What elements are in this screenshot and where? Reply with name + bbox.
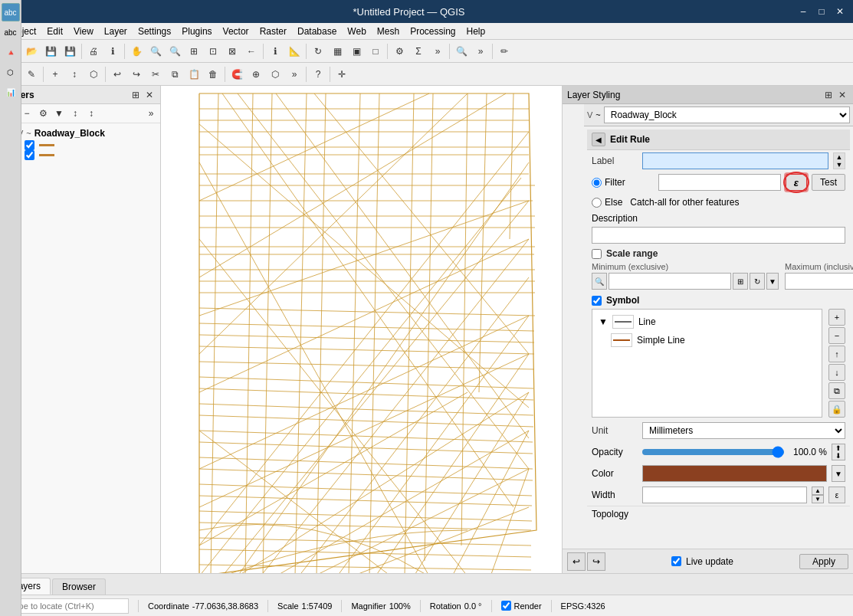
tab-browser[interactable]: Browser	[52, 578, 106, 595]
layers-panel-options-button[interactable]: ⊞	[130, 89, 142, 101]
crosshair-button[interactable]: ✛	[333, 65, 351, 84]
identify-button[interactable]: ℹ	[266, 42, 284, 61]
menu-settings[interactable]: Settings	[133, 25, 176, 38]
menu-processing[interactable]: Processing	[405, 25, 460, 38]
color-dropdown-button[interactable]: ▼	[832, 465, 845, 482]
symbol-checkbox[interactable]	[592, 296, 602, 306]
label-input[interactable]	[642, 152, 828, 169]
scale-min-dropdown[interactable]: ▼	[766, 273, 779, 290]
zoom-selection-button[interactable]: ⊡	[204, 42, 222, 61]
digitize-button[interactable]: ✏	[495, 42, 513, 61]
menu-web[interactable]: Web	[343, 25, 370, 38]
layer-select-dropdown[interactable]: Roadway_Block	[604, 106, 850, 123]
more-tools-2-button[interactable]: »	[471, 42, 490, 61]
test-button[interactable]: Test	[812, 174, 845, 191]
else-radio-option[interactable]: Else	[592, 197, 622, 208]
add-feature-button[interactable]: +	[46, 65, 64, 84]
deselect-button[interactable]: □	[366, 42, 385, 61]
digitize-tools-button[interactable]: ⬡	[266, 65, 284, 84]
filter-input[interactable]	[658, 174, 781, 191]
render-checkbox[interactable]	[501, 601, 511, 611]
save-project-button[interactable]: 💾	[41, 42, 60, 61]
refresh-button[interactable]: ↻	[309, 42, 327, 61]
opacity-spin-button[interactable]: ⬆⬇	[832, 444, 845, 460]
menu-edit[interactable]: Edit	[42, 25, 67, 38]
menu-help[interactable]: Help	[462, 25, 490, 38]
zoom-layer-button[interactable]: ⊠	[223, 42, 241, 61]
filter-layers-button[interactable]: ▼	[51, 106, 67, 121]
measure-button[interactable]: 📐	[285, 42, 303, 61]
expand-all-button[interactable]: ↕	[67, 106, 83, 121]
pan-map-button[interactable]: ✋	[127, 42, 146, 61]
cut-button[interactable]: ✂	[146, 65, 165, 84]
color-swatch-button[interactable]	[642, 465, 827, 482]
paste-feature-button[interactable]: 📋	[185, 65, 203, 84]
remove-layer-button[interactable]: −	[19, 106, 34, 121]
unit-dropdown[interactable]: Millimeters Pixels Points	[642, 422, 845, 439]
search-toolbar-button[interactable]: 🔍	[452, 42, 471, 61]
snap2-button[interactable]: ⊕	[247, 65, 265, 84]
close-button[interactable]: ✕	[833, 5, 847, 18]
maximize-button[interactable]: □	[815, 5, 828, 18]
scale-range-checkbox[interactable]	[592, 249, 602, 259]
opacity-slider[interactable]	[642, 449, 784, 455]
zoom-in-button[interactable]: 🔍	[146, 42, 165, 61]
filter-radio[interactable]	[592, 178, 602, 188]
copy-feature-button[interactable]: ⧉	[166, 65, 184, 84]
more-tools-button[interactable]: »	[428, 42, 447, 61]
remove-symbol-button[interactable]: −	[828, 327, 845, 344]
process-button[interactable]: ⚙	[390, 42, 408, 61]
digitize-toggle-button[interactable]: ✎	[22, 65, 41, 84]
scale-min-extent-button[interactable]: ⊞	[733, 273, 748, 290]
move-feature-button[interactable]: ↕	[65, 65, 84, 84]
expression-button[interactable]: ε	[786, 174, 807, 191]
menu-database[interactable]: Database	[293, 25, 341, 38]
styling-close-button[interactable]: ✕	[836, 89, 848, 101]
stats-button[interactable]: Σ	[409, 42, 428, 61]
width-spin-up[interactable]: ▲	[812, 487, 824, 495]
minimize-button[interactable]: –	[796, 5, 810, 18]
snap-button[interactable]: 🧲	[228, 65, 246, 84]
layers-more-button[interactable]: »	[145, 107, 157, 120]
scale-min-input[interactable]: 1:100000	[609, 273, 731, 290]
menu-plugins[interactable]: Plugins	[177, 25, 216, 38]
styling-redo-button[interactable]: ↪	[587, 552, 605, 571]
lock-symbol-button[interactable]: 🔒	[828, 401, 845, 418]
layer-sub-checkbox-2[interactable]	[25, 150, 34, 160]
collapse-all-button[interactable]: ↕	[84, 106, 99, 121]
select-button[interactable]: ▣	[347, 42, 366, 61]
menu-vector[interactable]: Vector	[218, 25, 254, 38]
copy-symbol-button[interactable]: ⧉	[828, 382, 845, 399]
menu-mesh[interactable]: Mesh	[372, 25, 404, 38]
layers-panel-close-button[interactable]: ✕	[143, 89, 156, 101]
menu-view[interactable]: View	[69, 25, 98, 38]
layer-item-roadway-block[interactable]: V ~ Roadway_Block	[3, 126, 157, 140]
move-symbol-down-button[interactable]: ↓	[828, 364, 845, 381]
else-radio[interactable]	[592, 198, 602, 208]
scale-max-input[interactable]: 1:1000	[785, 273, 853, 290]
move-symbol-up-button[interactable]: ↑	[828, 346, 845, 362]
save-as-button[interactable]: 💾	[61, 42, 79, 61]
help2-button[interactable]: ?	[309, 65, 327, 84]
width-input[interactable]: 0.26000	[642, 487, 807, 503]
back-button[interactable]: ◀	[592, 133, 605, 146]
live-update-checkbox[interactable]	[671, 556, 681, 566]
delete-button[interactable]: 🗑	[204, 65, 222, 84]
map-canvas-area[interactable]	[161, 86, 562, 573]
zoom-out-button[interactable]: 🔍	[166, 42, 184, 61]
map-tips-button[interactable]: ℹ	[103, 42, 122, 61]
description-input[interactable]	[592, 227, 845, 244]
locate-input[interactable]	[6, 598, 129, 614]
add-symbol-button[interactable]: +	[828, 309, 845, 326]
styling-dock-button[interactable]: ⊞	[822, 89, 835, 101]
width-spin-down[interactable]: ▼	[812, 495, 824, 503]
undo-button[interactable]: ↩	[108, 65, 126, 84]
zoom-previous-button[interactable]: ←	[242, 42, 261, 61]
open-layer-properties-button[interactable]: ⚙	[35, 106, 51, 121]
symbol-tree-row-simple-line[interactable]: Simple Line	[595, 331, 819, 349]
label-scroll-button[interactable]: ▲▼	[833, 152, 845, 169]
apply-button[interactable]: Apply	[799, 554, 848, 569]
scale-min-zoom-button[interactable]: 🔍	[592, 273, 607, 290]
layer-sub-checkbox-1[interactable]	[25, 140, 34, 150]
zoom-full-button[interactable]: ⊞	[185, 42, 203, 61]
